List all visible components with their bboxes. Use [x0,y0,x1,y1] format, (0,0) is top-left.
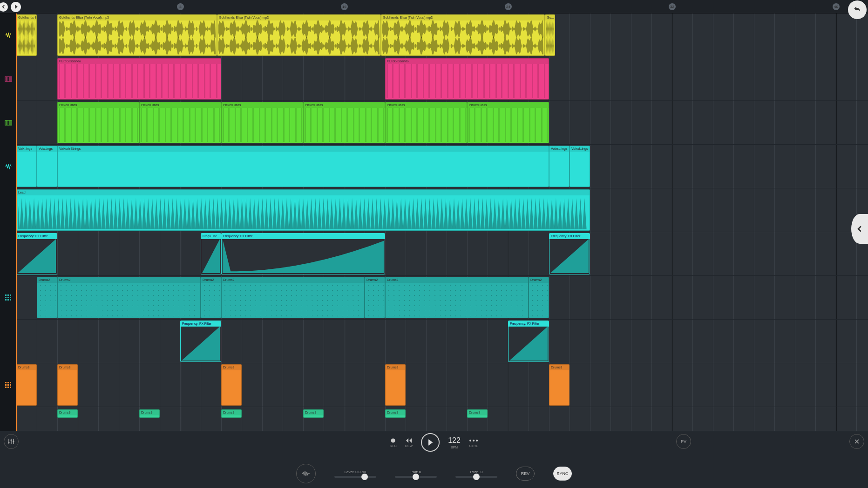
back-button[interactable] [0,2,8,12]
clip[interactable]: Drums8 [549,364,570,406]
track-header-filter2[interactable] [0,320,16,363]
clip[interactable]: Drums9 [139,409,160,418]
arrangement-grid[interactable]: Goldhands-Elisa-...].mp3Goldhands-Elisa … [16,13,868,431]
clip-label: Frequency: FX Filter [222,234,385,239]
play-button[interactable] [421,433,440,452]
clip[interactable]: Picked Bass [385,102,467,143]
clip-body [59,152,548,186]
clip-body [182,327,220,361]
svg-rect-10 [10,299,11,301]
clip[interactable]: Drums2 [37,277,57,318]
timeline-marker[interactable]: 32 [669,3,676,10]
clip-label: Goldhands-Elisa (Twin Vocal).mp3 [381,15,544,20]
clip[interactable]: Frequ..ilte [201,233,221,274]
reverse-toggle[interactable]: REV [516,467,535,481]
clip[interactable]: Drums9 [221,409,242,418]
svg-rect-16 [10,384,11,386]
clip[interactable]: Frequency: FX Filter [549,233,590,274]
clip-label: Frequ..ilte [201,234,221,239]
clip[interactable]: Drums8 [221,364,242,406]
clip[interactable]: VoixsdeStrings [57,146,549,187]
pitch-thumb[interactable] [473,474,480,480]
clip-label: Picked Bass [386,102,467,108]
level-thumb[interactable] [361,474,368,480]
timeline-marker[interactable]: 16 [341,3,348,10]
svg-point-24 [469,440,471,441]
clip[interactable]: Goldhands-Elisa-...].mp3 [16,14,37,56]
clip[interactable]: Drums8 [385,364,406,406]
track-header-strings[interactable] [0,145,16,188]
clip-label: Frequency: FX Filter [17,234,57,239]
clip[interactable]: Frequency: FX Filter [508,321,549,362]
timeline-marker[interactable]: 24 [505,3,512,10]
track-header-flute[interactable] [0,57,16,101]
clip[interactable]: Drums2 [529,277,549,318]
clip[interactable]: Frequency: FX Filter [180,321,221,362]
clip[interactable]: Goldhands-Elisa (Twin Vocal).mp3 [217,14,381,56]
play-from-start-button[interactable] [11,2,21,12]
clip[interactable]: Goldhands-Elisa (Twin Vocal).mp3 [381,14,545,56]
timeline-marker[interactable]: 40 [833,3,840,10]
timeline-marker[interactable]: 8 [177,3,184,10]
clip[interactable]: Drums8 [57,364,78,406]
clip-body [59,20,216,54]
clip-body [59,108,138,142]
clip[interactable]: Frequency: FX Filter [16,233,57,274]
clip[interactable]: Drums2 [57,277,201,318]
clip[interactable]: Voix..ings [37,146,57,187]
clip[interactable]: Goldhands-Elisa (Twin Vocal).mp3 [57,14,217,56]
pitch-slider[interactable]: Pitch: 0 [455,470,497,478]
mixer-button[interactable] [4,434,19,449]
more-label: CTRL [469,444,478,448]
close-button[interactable] [849,434,864,449]
clip[interactable]: Drums2 [221,277,365,318]
timeline-ruler[interactable]: 816243240 [0,0,868,13]
transport-bar: PV REC REW 122 BPM CTRL Level: 0.0 dB [0,431,868,488]
svg-rect-13 [10,382,11,383]
clip[interactable]: VoixsL.ings [549,146,570,187]
track-header-perc[interactable] [0,407,16,418]
clip[interactable]: Drums9 [57,409,78,418]
clip[interactable]: Frequency: FX Filter [221,233,385,274]
clip[interactable]: FluteGlissando [57,58,221,100]
undo-button[interactable] [848,0,867,19]
clip[interactable]: Drums2 [385,277,529,318]
clip[interactable]: Drums2 [365,277,385,318]
rewind-button[interactable]: REW [405,438,413,448]
clip[interactable]: Drums2 [201,277,221,318]
clip[interactable]: Drums9 [303,409,324,418]
clip[interactable]: Drums8 [16,364,37,406]
clip-body [382,20,543,54]
track-header-lead[interactable] [0,188,16,232]
level-slider[interactable]: Level: 0.0 dB [334,470,376,478]
pan-thumb[interactable] [413,474,419,480]
record-button[interactable]: REC [390,438,397,448]
clip-body [387,370,404,404]
track-header-drumfill[interactable] [0,363,16,407]
clip[interactable]: Drums9 [385,409,406,418]
clip[interactable]: Go... [545,14,555,56]
clip[interactable]: Picked Bass [303,102,385,143]
clip[interactable]: Drums9 [467,409,488,418]
clip[interactable]: Picked Bass [221,102,303,143]
clip[interactable]: Lead [16,189,590,231]
clip[interactable]: Picked Bass [139,102,221,143]
clip[interactable]: Voix..ings [16,146,37,187]
playhead[interactable] [16,13,17,431]
clip[interactable]: FluteGlissando [385,58,549,100]
clip[interactable]: VoixsL.ings [570,146,590,187]
track-header-filter1[interactable] [0,232,16,276]
track-header-bass[interactable] [0,101,16,145]
waveform-button[interactable] [296,464,316,483]
pv-button[interactable]: PV [676,434,691,449]
pan-slider[interactable]: Pan: 0 [395,470,437,478]
expand-panel-button[interactable] [851,214,868,244]
clip[interactable]: Picked Bass [57,102,139,143]
sync-toggle[interactable]: SYNC [553,467,572,481]
tempo-display[interactable]: 122 BPM [448,436,461,449]
clip[interactable]: Picked Bass [467,102,549,143]
track-header-vocal[interactable] [0,13,16,57]
more-button[interactable]: CTRL [469,438,478,448]
clip-body [571,152,589,186]
track-header-drums[interactable] [0,276,16,320]
